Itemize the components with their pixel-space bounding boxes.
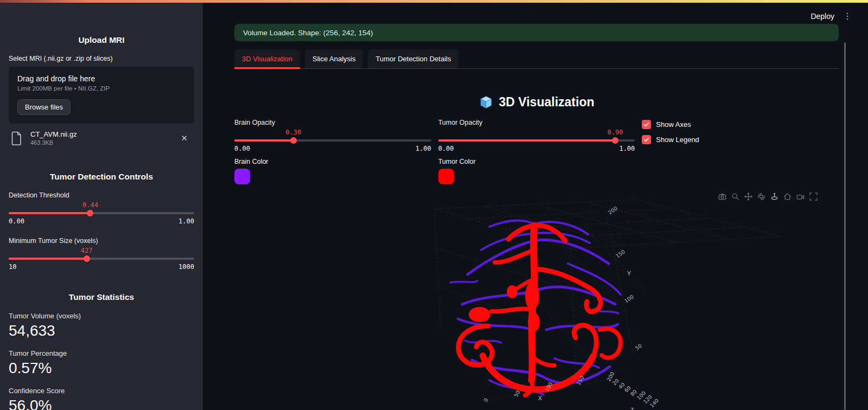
plotly-modebar	[718, 192, 818, 201]
show-axes-checkbox[interactable]	[642, 120, 651, 129]
slider-value: 0.30	[285, 129, 301, 136]
tumor-region	[458, 226, 621, 395]
slider-max: 1.00	[619, 145, 635, 152]
plot-canvas[interactable]: 200 150 Y 100 50 0 50 100 150 200 X 20 4…	[234, 193, 839, 410]
browse-files-button[interactable]: Browse files	[17, 99, 71, 115]
slider-thumb[interactable]	[612, 137, 618, 144]
show-axes-label: Show Axes	[656, 120, 691, 129]
svg-text:100: 100	[623, 293, 635, 304]
tab-bar: 3D Visualization Slice Analysis Tumor De…	[234, 49, 839, 69]
metric-label: Tumor Percentage	[9, 349, 194, 357]
svg-text:200: 200	[607, 205, 618, 215]
stats-heading: Tumor Statistics	[9, 292, 194, 302]
download-plot-icon[interactable]	[718, 192, 727, 201]
tumor-color-label: Tumor Color	[438, 158, 635, 165]
slider-thumb[interactable]	[84, 255, 90, 262]
slider-min: 0.00	[9, 217, 24, 225]
plot-3d[interactable]: 200 150 Y 100 50 0 50 100 150 200 X 20 4…	[234, 192, 839, 410]
main-content: Deploy ⋮ Volume Loaded. Shape: (256, 242…	[203, 3, 868, 410]
metric-tumor-volume: Tumor Volume (voxels) 54,633	[9, 312, 194, 339]
slider-label: Minimum Tumor Size (voxels)	[9, 237, 194, 245]
sidebar: Upload MRI Select MRI (.nii.gz or .zip o…	[0, 3, 203, 410]
dropzone-title: Drag and drop file here	[17, 74, 186, 83]
cube-icon	[479, 95, 493, 110]
slider-value: 0.44	[82, 201, 98, 209]
zoom-icon[interactable]	[731, 192, 740, 201]
slider-label: Detection Threshold	[9, 191, 194, 199]
uploaded-file-name: CT_AVM.nii.gz	[30, 130, 176, 138]
slider-value: 427	[81, 247, 93, 254]
turntable-rotation-icon[interactable]	[770, 192, 779, 201]
metric-value: 0.57%	[9, 360, 194, 377]
pan-icon[interactable]	[744, 192, 753, 201]
deploy-button[interactable]: Deploy	[810, 12, 834, 21]
slider-label: Tumor Opacity	[438, 119, 635, 126]
main-menu-icon[interactable]: ⋮	[843, 11, 852, 21]
show-legend-label: Show Legend	[656, 136, 699, 144]
display-options-column: Show Axes Show Legend	[642, 119, 839, 184]
slider-thumb[interactable]	[87, 210, 93, 216]
svg-text:Z: Z	[630, 407, 634, 410]
slider-min: 0.00	[438, 145, 454, 152]
metric-label: Tumor Volume (voxels)	[9, 312, 194, 320]
slider-track[interactable]	[9, 258, 194, 260]
check-icon	[643, 121, 649, 127]
slider-track[interactable]	[9, 212, 194, 214]
tab-slice-analysis[interactable]: Slice Analysis	[305, 49, 363, 68]
orbit-rotation-icon[interactable]	[757, 192, 766, 201]
svg-text:150: 150	[615, 248, 626, 259]
file-icon	[11, 131, 23, 145]
brain-color-picker[interactable]	[234, 169, 250, 184]
svg-text:X: X	[538, 395, 542, 401]
show-legend-checkbox[interactable]	[642, 135, 651, 144]
metric-value: 54,633	[9, 322, 194, 339]
slider-thumb[interactable]	[290, 137, 297, 144]
slider-max: 1000	[178, 263, 194, 271]
brain-controls-column: Brain Opacity 0.30 0.00 1.00 Brain Color	[234, 119, 431, 184]
page-title-text: 3D Visualization	[499, 95, 595, 110]
upload-heading: Upload MRI	[9, 35, 194, 45]
slider-value: 0.90	[608, 129, 623, 136]
metric-confidence-score: Confidence Score 56.0%	[9, 387, 194, 410]
slider-min: 0.00	[234, 145, 250, 152]
success-banner-text: Volume Loaded. Shape: (256, 242, 154)	[243, 29, 373, 37]
file-uploader-label: Select MRI (.nii.gz or .zip of slices)	[9, 55, 194, 62]
dropzone-limit: Limit 200MB per file • NII.GZ, ZIP	[17, 85, 186, 92]
brain-opacity-slider: Brain Opacity 0.30 0.00 1.00	[234, 119, 431, 152]
tab-tumor-detection-details[interactable]: Tumor Detection Details	[368, 49, 458, 68]
uploaded-file-size: 463.3KB	[30, 139, 176, 146]
slider-track[interactable]	[234, 139, 431, 142]
slider-track[interactable]	[438, 139, 635, 142]
brain-color-label: Brain Color	[234, 158, 431, 165]
tumor-color-picker[interactable]	[438, 169, 454, 184]
min-tumor-size-slider: Minimum Tumor Size (voxels) 427 10 1000	[9, 237, 194, 271]
slider-min: 10	[9, 263, 16, 271]
controls-heading: Tumor Detection Controls	[9, 172, 194, 182]
slider-max: 1.00	[178, 217, 194, 225]
svg-text:Y: Y	[627, 270, 631, 277]
fullscreen-icon[interactable]	[809, 192, 818, 201]
metric-tumor-percentage: Tumor Percentage 0.57%	[9, 349, 194, 377]
file-dropzone[interactable]: Drag and drop file here Limit 200MB per …	[9, 67, 194, 124]
tumor-controls-column: Tumor Opacity 0.90 0.00 1.00 Tumor Color	[438, 119, 635, 184]
success-banner: Volume Loaded. Shape: (256, 242, 154)	[234, 24, 839, 41]
tab-3d-visualization[interactable]: 3D Visualization	[234, 49, 300, 68]
detection-threshold-slider: Detection Threshold 0.44 0.00 1.00	[9, 191, 194, 225]
reset-camera-last-save-icon[interactable]	[796, 192, 805, 201]
remove-file-icon[interactable]: ✕	[176, 131, 192, 145]
slider-max: 1.00	[416, 145, 431, 152]
slider-label: Brain Opacity	[234, 119, 431, 126]
tumor-opacity-slider: Tumor Opacity 0.90 0.00 1.00	[438, 119, 635, 152]
page-title: 3D Visualization	[234, 95, 839, 110]
decoration-bar	[0, 0, 868, 3]
vertical-scrollbar[interactable]	[844, 42, 846, 410]
svg-text:0: 0	[482, 397, 489, 403]
metric-value: 56.0%	[9, 397, 194, 410]
uploaded-file-row: CT_AVM.nii.gz 463.3KB ✕	[9, 130, 194, 146]
svg-text:50: 50	[634, 343, 643, 351]
check-icon	[643, 137, 649, 143]
viz-controls: Brain Opacity 0.30 0.00 1.00 Brain Color	[234, 119, 839, 184]
metric-label: Confidence Score	[9, 387, 194, 395]
reset-camera-icon[interactable]	[783, 192, 792, 201]
